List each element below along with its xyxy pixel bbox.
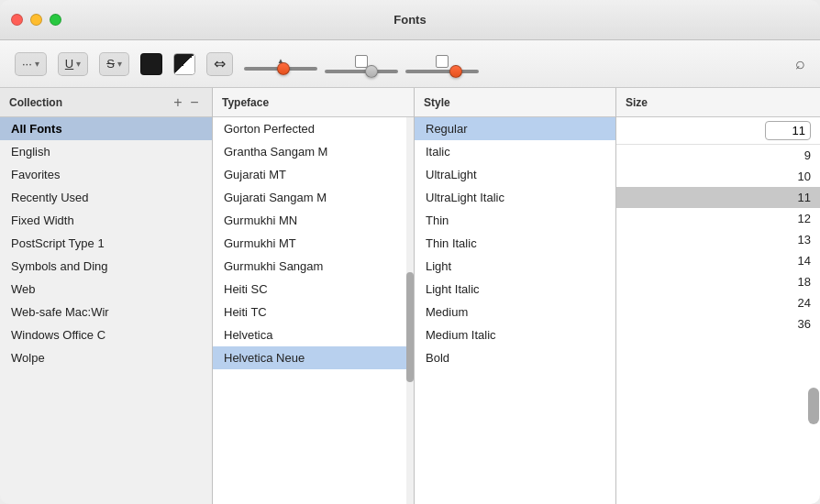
collections-panel: Collection + − All Fonts English Favorit… — [0, 88, 213, 504]
style-item-thin-italic[interactable]: Thin Italic — [415, 232, 615, 255]
style-title: Style — [424, 96, 450, 109]
typeface-item-heiti-tc[interactable]: Heiti TC — [213, 301, 414, 323]
chevron-down-icon: ▾ — [35, 59, 39, 69]
search-icon: ⌕ — [795, 54, 805, 72]
titlebar: Fonts — [0, 0, 820, 40]
typeface-scrollbar — [406, 117, 414, 504]
maximize-button[interactable] — [50, 14, 61, 26]
slider2-container — [325, 55, 398, 73]
slider1-thumb[interactable] — [277, 62, 290, 75]
strikethrough-button[interactable]: S ▾ — [99, 52, 129, 76]
size-item-10[interactable]: 10 — [616, 166, 820, 187]
style-item-italic[interactable]: Italic — [415, 140, 615, 163]
slider3-track[interactable] — [405, 70, 479, 73]
collection-item-postscript[interactable]: PostScript Type 1 — [0, 232, 212, 255]
window-title: Fonts — [393, 13, 426, 27]
remove-collection-button[interactable]: − — [186, 94, 203, 111]
size-item-9[interactable]: 9 — [616, 145, 820, 166]
collections-header: Collection + − — [0, 88, 212, 117]
size-input-row — [616, 117, 820, 145]
style-item-ultralight-italic[interactable]: UltraLight Italic — [415, 186, 615, 209]
slider2-thumb[interactable] — [365, 65, 378, 78]
text-color-swatch[interactable] — [140, 53, 162, 75]
ellipsis-label: ··· — [22, 57, 32, 71]
size-scrollbar — [807, 117, 820, 504]
typeface-item-heiti-sc[interactable]: Heiti SC — [213, 278, 414, 301]
size-header: Size — [616, 88, 820, 117]
main-content: Collection + − All Fonts English Favorit… — [0, 88, 820, 504]
search-button[interactable]: ⌕ — [795, 54, 805, 73]
collection-item-favorites[interactable]: Favorites — [0, 163, 212, 186]
typeface-item-gujarati-sangam[interactable]: Gujarati Sangam M — [213, 186, 414, 209]
typeface-item-gurmukhi-mn[interactable]: Gurmukhi MN — [213, 209, 414, 232]
style-list: Regular Italic UltraLight UltraLight Ita… — [415, 117, 615, 504]
slider3-container — [405, 55, 479, 73]
style-item-medium[interactable]: Medium — [415, 301, 615, 323]
size-title: Size — [626, 96, 648, 109]
underline-button[interactable]: U ▾ — [58, 52, 88, 76]
chevron-down-icon: ▾ — [117, 59, 122, 69]
slider3-thumb[interactable] — [449, 65, 462, 78]
typeface-item-helvetica-neue[interactable]: Helvetica Neue — [213, 346, 414, 369]
size-item-11[interactable]: 11 — [616, 187, 820, 208]
typeface-item-grantha[interactable]: Grantha Sangam M — [213, 140, 414, 163]
style-panel: Style Regular Italic UltraLight UltraLig… — [415, 88, 616, 504]
collection-item-fixed-width[interactable]: Fixed Width — [0, 209, 212, 232]
style-item-medium-italic[interactable]: Medium Italic — [415, 323, 615, 346]
style-header: Style — [415, 88, 615, 117]
typeface-item-helvetica[interactable]: Helvetica — [213, 323, 414, 346]
collection-item-wolpe[interactable]: Wolpe — [0, 346, 212, 369]
slider2-track[interactable] — [325, 70, 398, 73]
collection-item-english[interactable]: English — [0, 140, 212, 163]
typeface-item-gurmukhi-sangam[interactable]: Gurmukhi Sangam — [213, 255, 414, 278]
typeface-header: Typeface — [213, 88, 414, 117]
chevron-down-icon: ▾ — [76, 59, 81, 69]
collections-list: All Fonts English Favorites Recently Use… — [0, 117, 212, 504]
collection-item-web[interactable]: Web — [0, 278, 212, 301]
toolbar-ellipsis-group: ··· ▾ — [15, 52, 47, 76]
slider-square-icon — [355, 55, 368, 68]
align-icon: ⇔ — [214, 55, 226, 72]
size-item-36[interactable]: 36 — [616, 313, 820, 334]
style-item-light[interactable]: Light — [415, 255, 615, 278]
slider-square2-icon — [436, 55, 449, 68]
typeface-item-gorton[interactable]: Gorton Perfected — [213, 117, 414, 140]
size-scrollbar-thumb[interactable] — [808, 388, 819, 424]
size-list: 9 10 11 12 13 14 18 24 36 — [616, 117, 820, 504]
align-button[interactable]: ⇔ — [206, 52, 233, 76]
size-item-24[interactable]: 24 — [616, 292, 820, 313]
typeface-list: Gorton Perfected Grantha Sangam M Gujara… — [213, 117, 414, 504]
add-collection-button[interactable]: + — [170, 94, 186, 111]
strikethrough-label: S — [106, 57, 115, 71]
ellipsis-button[interactable]: ··· ▾ — [15, 52, 47, 76]
slider-group: ▲ — [244, 55, 784, 73]
toolbar: ··· ▾ U ▾ S ▾ ⇔ ▲ — [0, 40, 820, 88]
typeface-panel: Typeface Gorton Perfected Grantha Sangam… — [213, 88, 415, 504]
document-color-swatch[interactable] — [173, 53, 195, 75]
collection-item-windows-office[interactable]: Windows Office C — [0, 323, 212, 346]
size-item-18[interactable]: 18 — [616, 271, 820, 292]
size-input[interactable] — [765, 121, 811, 140]
typeface-item-gurmukhi-mt[interactable]: Gurmukhi MT — [213, 232, 414, 255]
style-item-light-italic[interactable]: Light Italic — [415, 278, 615, 301]
typeface-item-gujarati-mt[interactable]: Gujarati MT — [213, 163, 414, 186]
typeface-title: Typeface — [222, 96, 269, 109]
size-item-14[interactable]: 14 — [616, 250, 820, 271]
underline-label: U — [65, 57, 73, 71]
collections-title: Collection — [9, 96, 170, 109]
size-panel: Size 9 10 11 12 13 14 18 24 36 — [616, 88, 820, 504]
style-item-thin[interactable]: Thin — [415, 209, 615, 232]
size-item-13[interactable]: 13 — [616, 229, 820, 250]
collection-item-web-safe[interactable]: Web-safe Mac:Wir — [0, 301, 212, 323]
style-item-ultralight[interactable]: UltraLight — [415, 163, 615, 186]
typeface-scrollbar-thumb[interactable] — [406, 272, 414, 382]
collection-item-recently-used[interactable]: Recently Used — [0, 186, 212, 209]
minimize-button[interactable] — [30, 14, 42, 26]
collection-item-all-fonts[interactable]: All Fonts — [0, 117, 212, 140]
slider1-track[interactable] — [244, 67, 317, 71]
style-item-regular[interactable]: Regular — [415, 117, 615, 140]
close-button[interactable] — [11, 14, 23, 26]
size-item-12[interactable]: 12 — [616, 208, 820, 229]
collection-item-symbols[interactable]: Symbols and Ding — [0, 255, 212, 278]
style-item-bold[interactable]: Bold — [415, 346, 615, 369]
